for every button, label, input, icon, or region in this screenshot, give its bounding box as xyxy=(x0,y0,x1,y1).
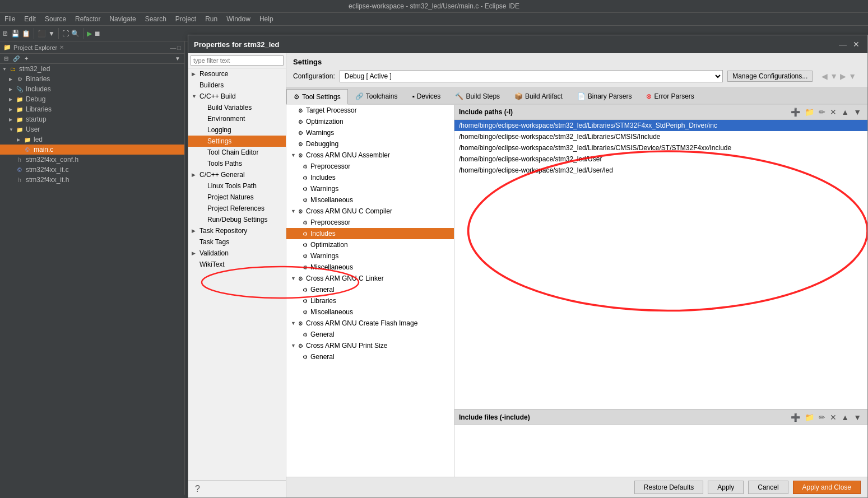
dtree-wikitext[interactable]: WikiText xyxy=(188,259,286,270)
include-path-5[interactable]: /home/bingo/eclipse-workspace/stm32_led/… xyxy=(454,165,867,176)
minimize-button[interactable]: — xyxy=(837,39,848,50)
ttree-asm-includes[interactable]: ⚙ Includes xyxy=(286,172,454,183)
tree-user[interactable]: ▼ 📁 User xyxy=(0,124,184,134)
dtree-build-vars[interactable]: Build Variables xyxy=(188,102,286,113)
tree-binaries[interactable]: ▶ ⚙ Binaries xyxy=(0,74,184,84)
ttree-asm-preproc[interactable]: ⚙ Preprocessor xyxy=(286,161,454,172)
dtree-project-natures[interactable]: Project Natures xyxy=(188,192,286,203)
add-workspace-file-button[interactable]: 📁 xyxy=(803,412,816,422)
menu-search[interactable]: Search xyxy=(143,14,169,24)
menu-project[interactable]: Project xyxy=(173,14,198,24)
move-down-file-button[interactable]: ▼ xyxy=(852,412,863,422)
add-include-file-button[interactable]: ➕ xyxy=(789,412,802,422)
add-include-path-button[interactable]: ➕ xyxy=(789,107,802,117)
link-editor-btn[interactable]: 🔗 xyxy=(11,55,21,62)
nav-dropdown-button[interactable]: ▼ xyxy=(830,72,838,81)
ttree-warnings[interactable]: ⚙ Warnings xyxy=(286,127,454,138)
tree-includes[interactable]: ▶ 📎 Includes xyxy=(0,84,184,94)
ttree-c-warnings[interactable]: ⚙ Warnings xyxy=(286,250,454,262)
edit-include-file-button[interactable]: ✏ xyxy=(817,412,827,422)
toolbar-icon-2[interactable]: 💾 xyxy=(11,30,20,38)
ttree-cross-asm[interactable]: ▼ ⚙ Cross ARM GNU Assembler xyxy=(286,150,454,161)
tab-toolchains[interactable]: 🔗 Toolchains xyxy=(348,89,405,104)
dtree-task-repo[interactable]: ▶ Task Repository xyxy=(188,225,286,236)
maximize-icon[interactable]: □ xyxy=(177,44,181,51)
dtree-environment[interactable]: Environment xyxy=(188,113,286,124)
menu-edit[interactable]: Edit xyxy=(22,14,38,24)
ttree-c-optimization[interactable]: ⚙ Optimization xyxy=(286,239,454,250)
filter-btn[interactable]: ▼ xyxy=(173,55,182,62)
minimize-icon[interactable]: — xyxy=(170,44,176,51)
tab-build-artifact[interactable]: 📦 Build Artifact xyxy=(507,89,570,104)
ttree-asm-warnings[interactable]: ⚙ Warnings xyxy=(286,183,454,194)
ttree-linker-misc[interactable]: ⚙ Miscellaneous xyxy=(286,306,454,318)
apply-button[interactable]: Apply xyxy=(708,481,744,494)
dtree-resource[interactable]: ▶ Resource xyxy=(188,68,286,80)
edit-include-path-button[interactable]: ✏ xyxy=(817,107,827,117)
tree-libraries[interactable]: ▶ 📁 Libraries xyxy=(0,104,184,114)
tree-led[interactable]: ▶ 📁 led xyxy=(0,134,184,145)
tree-main-c[interactable]: © main.c xyxy=(0,145,184,155)
tree-stm32it-h[interactable]: h stm32f4xx_it.h xyxy=(0,175,184,185)
ttree-linker-general[interactable]: ⚙ General xyxy=(286,284,454,295)
menu-navigate[interactable]: Navigate xyxy=(107,14,138,24)
dtree-linux-tools[interactable]: Linux Tools Path xyxy=(188,180,286,192)
ttree-cross-c-compiler[interactable]: ▼ ⚙ Cross ARM GNU C Compiler xyxy=(286,206,454,217)
menu-help[interactable]: Help xyxy=(257,14,276,24)
tree-debug[interactable]: ▶ 📁 Debug xyxy=(0,94,184,104)
menu-source[interactable]: Source xyxy=(43,14,68,24)
ttree-cross-flash[interactable]: ▼ ⚙ Cross ARM GNU Create Flash Image xyxy=(286,318,454,329)
nav-dropdown2-button[interactable]: ▼ xyxy=(848,72,856,81)
manage-configurations-button[interactable]: Manage Configurations... xyxy=(727,71,813,82)
ttree-c-preproc[interactable]: ⚙ Preprocessor xyxy=(286,217,454,228)
toolbar-icon-5[interactable]: ▼ xyxy=(48,30,55,38)
ttree-cross-print[interactable]: ▼ ⚙ Cross ARM GNU Print Size xyxy=(286,340,454,351)
delete-include-path-button[interactable]: ✕ xyxy=(828,107,838,117)
close-button[interactable]: ✕ xyxy=(851,39,862,50)
tab-error-parsers[interactable]: ⊗ Error Parsers xyxy=(639,89,701,104)
delete-include-file-button[interactable]: ✕ xyxy=(828,412,838,422)
dtree-cxx-general[interactable]: ▶ C/C++ General xyxy=(188,169,286,180)
explorer-close-icon[interactable]: ✕ xyxy=(59,44,64,50)
dtree-cxx-build[interactable]: ▼ C/C++ Build xyxy=(188,91,286,102)
config-select[interactable]: Debug [ Active ] xyxy=(340,70,723,82)
ttree-debugging[interactable]: ⚙ Debugging xyxy=(286,138,454,150)
dtree-tools-paths[interactable]: Tools Paths xyxy=(188,158,286,169)
tree-stm32it-c[interactable]: © stm32f4xx_it.c xyxy=(0,165,184,175)
include-path-1[interactable]: /home/bingo/eclipse-workspace/stm32_led/… xyxy=(454,120,867,131)
cancel-button[interactable]: Cancel xyxy=(748,481,788,494)
ttree-flash-general[interactable]: ⚙ General xyxy=(286,329,454,340)
nav-forward-button[interactable]: ▶ xyxy=(840,72,846,81)
dtree-builders[interactable]: Builders xyxy=(188,80,286,91)
ttree-c-includes[interactable]: ⚙ Includes xyxy=(286,228,454,239)
tab-build-steps[interactable]: 🔨 Build Steps xyxy=(448,89,507,104)
ttree-cross-c-linker[interactable]: ▼ ⚙ Cross ARM GNU C Linker xyxy=(286,273,454,284)
ttree-asm-misc[interactable]: ⚙ Miscellaneous xyxy=(286,194,454,206)
dtree-validation[interactable]: ▶ Validation xyxy=(188,248,286,259)
toolbar-icon-4[interactable]: ⬛ xyxy=(38,30,46,38)
dtree-logging[interactable]: Logging xyxy=(188,124,286,136)
ttree-print-general[interactable]: ⚙ General xyxy=(286,351,454,362)
move-up-include-button[interactable]: ▲ xyxy=(839,107,851,117)
new-btn[interactable]: ✦ xyxy=(22,55,30,62)
move-down-include-button[interactable]: ▼ xyxy=(852,107,863,117)
menu-file[interactable]: File xyxy=(2,14,17,24)
tab-binary-parsers[interactable]: 📄 Binary Parsers xyxy=(570,89,639,104)
tree-stm32led[interactable]: ▼ 🗂 stm32_led xyxy=(0,64,184,74)
menu-window[interactable]: Window xyxy=(224,14,253,24)
toolbar-icon-3[interactable]: 📋 xyxy=(22,30,30,38)
ttree-c-misc[interactable]: ⚙ Miscellaneous xyxy=(286,262,454,273)
dtree-project-refs[interactable]: Project References xyxy=(188,203,286,214)
toolbar-icon-7[interactable]: 🔍 xyxy=(71,30,80,38)
menu-refactor[interactable]: Refactor xyxy=(73,14,103,24)
include-path-3[interactable]: /home/bingo/eclipse-workspace/stm32_led/… xyxy=(454,142,867,153)
include-path-2[interactable]: /home/bingo/eclipse-workspace/stm32_led/… xyxy=(454,131,867,142)
tree-stm32conf[interactable]: h stm32f4xx_conf.h xyxy=(0,155,184,165)
ttree-target-proc[interactable]: ⚙ Target Processor xyxy=(286,105,454,116)
dtree-settings[interactable]: Settings xyxy=(188,136,286,147)
ttree-linker-libs[interactable]: ⚙ Libraries xyxy=(286,295,454,306)
menu-run[interactable]: Run xyxy=(203,14,220,24)
apply-close-button[interactable]: Apply and Close xyxy=(793,481,861,494)
toolbar-stop[interactable]: ⏹ xyxy=(94,30,101,38)
include-path-4[interactable]: /home/bingo/eclipse-workspace/stm32_led/… xyxy=(454,153,867,165)
